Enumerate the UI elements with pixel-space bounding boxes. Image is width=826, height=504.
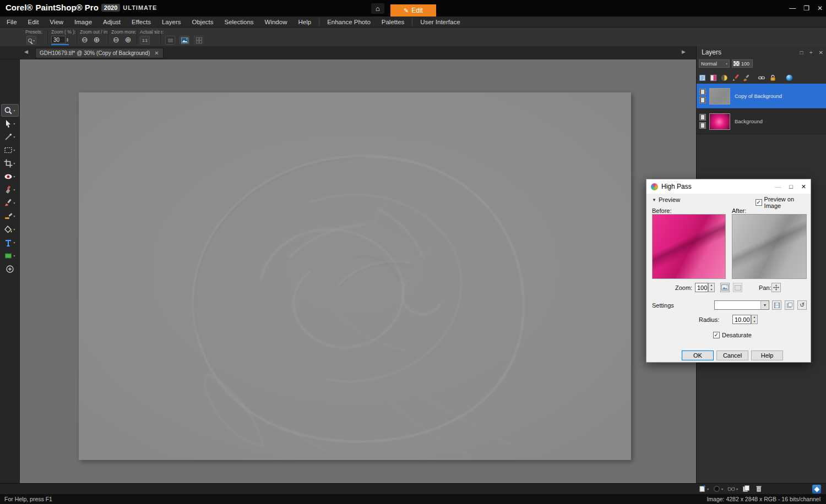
menu-objects[interactable]: Objects <box>187 17 219 28</box>
menu-view[interactable]: View <box>44 17 69 28</box>
pick-tool[interactable]: ▾ <box>1 117 19 130</box>
preview-on-image-checkbox[interactable]: ✓ Preview on Image <box>756 196 811 209</box>
radius-spinner[interactable]: ▲▼ <box>751 315 758 324</box>
zoom-in-more-icon[interactable]: ⊕ <box>125 36 132 43</box>
menu-effects[interactable]: Effects <box>126 17 156 28</box>
zoom-out-icon[interactable]: ⊖ <box>81 36 88 43</box>
new-raster-layer-icon[interactable] <box>697 73 708 83</box>
navigate-image-button[interactable] <box>720 283 730 292</box>
save-preset-button[interactable] <box>772 300 781 310</box>
tab-scroll-left-icon[interactable]: ◀ <box>24 49 28 54</box>
radius-input[interactable] <box>732 315 751 324</box>
layer-visibility-icon[interactable] <box>699 122 706 129</box>
new-adjustment-layer-icon[interactable] <box>719 73 730 83</box>
makeover-tool[interactable]: ▾ <box>1 183 19 196</box>
menu-layers[interactable]: Layers <box>156 17 187 28</box>
link-layers-icon[interactable] <box>756 73 767 83</box>
new-art-media-layer-icon[interactable] <box>741 73 752 83</box>
delete-layer-button[interactable] <box>754 484 763 493</box>
image-preview-button[interactable] <box>180 36 189 45</box>
crop-tool[interactable]: ▾ <box>1 157 19 169</box>
layer-type-icon[interactable] <box>699 89 706 95</box>
workspace-tab-edit[interactable]: ✎ Edit <box>390 4 436 17</box>
zoom-spinner[interactable]: ▲▼ <box>66 37 69 42</box>
pan-button[interactable] <box>771 283 781 292</box>
flyout-icon: ▾ <box>13 227 15 231</box>
dialog-titlebar[interactable]: High Pass — □ ✕ <box>646 179 811 194</box>
zoom-pan-tool[interactable]: ▾ <box>1 104 19 117</box>
layer-glasses-button[interactable]: ▾ <box>727 484 738 493</box>
clone-brush-tool[interactable]: ▾ <box>1 196 19 209</box>
thumbnail-button[interactable] <box>165 36 175 45</box>
opacity-control[interactable]: 100 <box>732 59 753 68</box>
panel-close-icon[interactable]: ✕ <box>819 50 823 56</box>
red-eye-tool[interactable]: ▾ <box>1 170 19 183</box>
new-layer-button[interactable]: ▾ <box>698 484 709 493</box>
dropper-tool[interactable]: ▾ <box>1 130 19 143</box>
canvas-area[interactable] <box>20 59 696 483</box>
home-button[interactable]: ⌂ <box>371 3 384 14</box>
auto-proof-button[interactable] <box>733 283 742 292</box>
zoom-out-more-icon[interactable]: ⊖ <box>113 36 119 43</box>
desaturate-checkbox[interactable]: ✓ Desaturate <box>713 332 752 338</box>
panel-pin-icon[interactable]: ＋ <box>808 48 814 56</box>
actual-size-button[interactable]: 1:1 <box>140 36 150 45</box>
new-fill-layer-button[interactable]: ▾ <box>713 484 723 493</box>
document-image[interactable] <box>79 92 631 460</box>
preset-picker-button[interactable]: ▾ <box>26 36 36 45</box>
menu-enhance-photo[interactable]: Enhance Photo <box>322 17 376 28</box>
blend-mode-select[interactable]: Normal ▾ <box>699 59 730 68</box>
lock-transparency-icon[interactable] <box>767 73 778 83</box>
layer-type-icon[interactable] <box>699 114 706 120</box>
new-mask-layer-icon[interactable] <box>708 73 719 83</box>
settings-combobox[interactable]: ▼ <box>714 300 769 310</box>
edit-selection-icon[interactable] <box>730 73 741 83</box>
help-button[interactable]: Help <box>751 350 783 360</box>
edit-tab-label: Edit <box>411 7 423 14</box>
dialog-maximize-icon[interactable]: □ <box>789 183 793 190</box>
preset-shape-tool[interactable]: ▾ <box>1 249 19 262</box>
grid-button[interactable] <box>194 36 204 45</box>
menu-adjust[interactable]: Adjust <box>97 17 126 28</box>
dialog-zoom-spinner[interactable]: ▲▼ <box>708 283 715 292</box>
document-tab[interactable]: GDH10679.tif* @ 30% (Copy of Background)… <box>35 48 164 58</box>
menu-palettes[interactable]: Palettes <box>376 17 410 28</box>
restore-icon[interactable]: ❐ <box>803 4 809 12</box>
flyout-icon: ▾ <box>721 487 723 491</box>
selection-tool[interactable]: ▾ <box>1 144 19 156</box>
after-preview[interactable] <box>732 214 807 279</box>
menu-user-interface[interactable]: User Interface <box>415 17 465 28</box>
preset-options-button[interactable] <box>785 300 794 310</box>
close-icon[interactable]: ✕ <box>817 4 823 12</box>
layer-row-background[interactable]: Background <box>697 109 826 134</box>
dialog-zoom-input[interactable] <box>695 283 708 292</box>
before-preview[interactable] <box>652 214 726 279</box>
layer-visibility-icon[interactable] <box>699 97 706 103</box>
dialog-close-icon[interactable]: ✕ <box>801 183 806 190</box>
duplicate-layer-button[interactable] <box>742 484 751 493</box>
menu-help[interactable]: Help <box>292 17 317 28</box>
flood-fill-tool[interactable]: ▾ <box>1 223 19 235</box>
smudge-tool[interactable]: ▾ <box>1 210 19 222</box>
menu-file[interactable]: File <box>1 17 23 28</box>
minimize-icon[interactable]: — <box>789 4 796 12</box>
menu-selections[interactable]: Selections <box>219 17 259 28</box>
ok-button[interactable]: OK <box>682 350 714 360</box>
more-tools[interactable] <box>1 262 19 275</box>
preview-disclosure-icon[interactable]: ▼ <box>652 198 656 202</box>
menu-image[interactable]: Image <box>69 17 97 28</box>
menu-edit[interactable]: Edit <box>23 17 45 28</box>
palette-footer: ▾ ▾ ▾ <box>0 483 826 494</box>
menu-window[interactable]: Window <box>259 17 293 28</box>
tab-scroll-right-icon[interactable]: ▶ <box>682 49 686 54</box>
tab-close-icon[interactable]: ✕ <box>154 50 159 56</box>
zoom-in-icon[interactable]: ⊕ <box>94 36 100 43</box>
panel-settings-button[interactable] <box>812 485 821 494</box>
cancel-button[interactable]: Cancel <box>716 350 748 360</box>
zoom-percent-input[interactable] <box>51 36 66 43</box>
panel-float-icon[interactable]: □ <box>800 50 803 56</box>
layer-row-copy-of-background[interactable]: Copy of Background <box>697 84 826 109</box>
blend-ranges-icon[interactable] <box>784 73 795 83</box>
text-tool[interactable]: ▾ <box>1 236 19 249</box>
reset-to-default-button[interactable]: ↺ <box>797 300 807 310</box>
